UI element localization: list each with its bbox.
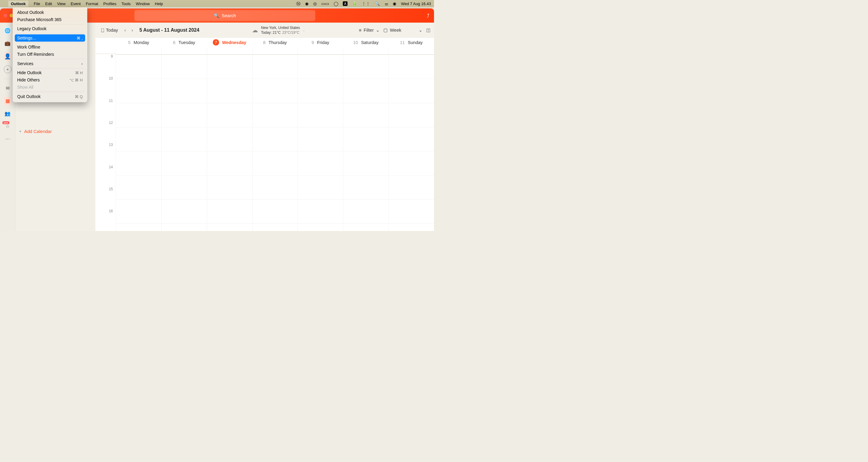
menu-item-quit-outlook[interactable]: Quit Outlook⌘ Q [13,93,87,100]
share-icon[interactable]: ⤴ [427,13,430,19]
prev-week-button[interactable]: ‹ [123,27,127,33]
view-mode-button[interactable]: ▢ Week ⌄ [383,27,422,33]
app-status-icon[interactable]: A [343,1,347,6]
today-button[interactable]: ⎕ Today [99,27,120,33]
search-placeholder: Search [221,13,236,18]
weather-location: New York, United States [261,25,300,30]
add-calendar-button[interactable]: + Add Calendar [19,129,92,134]
next-week-button[interactable]: › [130,27,135,33]
weather-widget[interactable]: ☁ New York, United States Today: 21°C23°… [252,25,305,35]
chevron-right-icon: › [82,61,83,66]
filter-button[interactable]: ≡ Filter ⌄ [359,27,380,33]
rail-avatar-icon[interactable]: 👤 [3,52,12,61]
filter-icon: ≡ [359,27,362,33]
menu-item-services[interactable]: Services› [13,60,87,67]
app-menu-outlook[interactable]: Outlook [8,1,28,7]
day-columns [116,47,434,231]
plus-icon: + [19,129,22,134]
rail-star-icon[interactable]: ☆NEW [4,122,11,130]
wifi-status-icon[interactable]: ⋮⋮ [362,1,370,6]
menu-item-settings[interactable]: Settings…⌘ , [15,34,85,41]
menu-separator [16,68,84,68]
day-column-mon[interactable] [116,47,161,231]
jump-today-icon: ⎕ [101,27,104,33]
menu-item-legacy-outlook[interactable]: Legacy Outlook [13,25,87,33]
menu-item-hide-outlook[interactable]: Hide Outlook⌘ H [13,69,87,77]
day-header-fri[interactable]: 9Friday [298,38,343,47]
menu-help[interactable]: Help [155,1,163,6]
creative-cloud-icon[interactable]: ◉ [305,1,309,6]
hour-label: 11 [96,98,116,120]
search-box[interactable]: 🔍 Search [134,10,315,21]
menu-profiles[interactable]: Profiles [103,1,116,6]
day-column-fri[interactable] [298,47,343,231]
hour-label: 14 [96,165,116,187]
menu-event[interactable]: Event [70,1,81,6]
menu-edit[interactable]: Edit [45,1,52,6]
record-status-icon[interactable]: ◎ [313,1,317,6]
panel-toggle-icon[interactable]: ◫ [426,27,430,33]
rail-more-icon[interactable]: ⋯ [4,135,11,143]
day-column-sat[interactable] [343,47,389,231]
day-header-sun[interactable]: 11Sunday [389,38,434,47]
menu-item-hide-others[interactable]: Hide Others⌥ ⌘ H [13,77,87,84]
day-header-wed[interactable]: 7Wednesday [207,38,252,47]
day-column-wed[interactable] [207,47,252,231]
outlook-app-menu-dropdown: About Outlook Purchase Microsoft 365 Leg… [13,7,87,102]
menu-file[interactable]: File [34,1,40,6]
rail-people-icon[interactable]: 👥 [4,110,11,118]
spotlight-search-icon[interactable]: 🔍 [375,1,380,6]
rail-mail-icon[interactable]: ✉ [4,84,11,92]
hour-label: 15 [96,187,116,209]
hour-label: 13 [96,143,116,165]
date-range-label: 5 August - 11 August 2024 [140,27,199,33]
menu-separator [16,59,84,59]
new-badge: NEW [2,121,9,124]
rail-divider [4,79,11,79]
allday-gutter [96,47,116,54]
hour-labels: 9 10 11 12 13 14 15 16 [96,47,116,231]
rail-add-account-button[interactable]: + [4,65,11,73]
notion-status-icon[interactable]: Ⓝ [296,1,301,7]
menu-item-work-offline[interactable]: Work Offline [13,44,87,51]
menubar-datetime[interactable]: Wed 7 Aug 16.43 [401,1,431,6]
hour-label: 12 [96,120,116,142]
rail-calendar-icon[interactable]: ▦ [4,97,11,105]
menu-item-purchase-365[interactable]: Purchase Microsoft 365 [13,16,87,23]
menu-window[interactable]: Window [136,1,150,6]
day-header-sat[interactable]: 10Saturday [343,38,389,47]
menu-tools[interactable]: Tools [121,1,130,6]
menu-view[interactable]: View [57,1,65,6]
calendar-grid: 9 10 11 12 13 14 15 16 [96,47,434,231]
weather-cloud-icon: ☁ [252,27,258,33]
close-window-button[interactable] [4,14,7,18]
day-column-thu[interactable] [252,47,298,231]
menu-item-turn-off-reminders[interactable]: Turn Off Reminders [13,51,87,58]
rail-briefcase-icon[interactable]: 💼 [4,39,11,47]
hour-label: 16 [96,209,116,231]
weather-today: Today: 21°C [261,30,281,35]
siri-icon[interactable]: ◉ [393,1,396,6]
control-center-icon[interactable]: ⚌ [384,1,389,6]
menu-item-about-outlook[interactable]: About Outlook [13,9,87,16]
add-calendar-label: Add Calendar [24,129,52,134]
battery-status-icon[interactable]: 🔋 [352,1,358,6]
menu-separator [16,42,84,43]
day-header-thu[interactable]: 8Thursday [252,38,298,47]
weather-forecast: 23°C/19°C [282,30,299,35]
menu-format[interactable]: Format [86,1,98,6]
macos-menubar: Outlook File Edit View Event Format Prof… [0,0,434,7]
user-status-icon[interactable]: ◯ [334,1,338,6]
hour-label: 9 [96,54,116,76]
search-icon: 🔍 [214,13,219,19]
day-header-tue[interactable]: 6Tuesday [161,38,207,47]
rail-globe-icon[interactable]: 🌐 [4,27,11,34]
calendar-view-icon: ▢ [383,27,388,33]
day-header-mon[interactable]: 5Monday [116,38,161,47]
day-column-sun[interactable] [389,47,434,231]
menu-separator [16,92,84,92]
stacks-status-icon[interactable]: ▭▭ [321,1,329,6]
day-column-tue[interactable] [161,47,207,231]
day-headers: 5Monday 6Tuesday 7Wednesday 8Thursday 9F… [96,38,434,47]
menu-item-show-all: Show All [13,84,87,91]
